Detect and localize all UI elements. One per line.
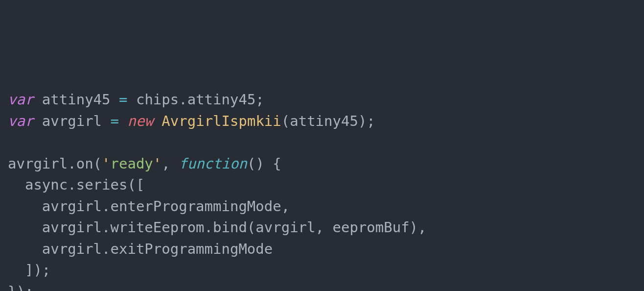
code-token: () {	[247, 155, 281, 172]
code-token: ready	[111, 155, 153, 172]
code-token: avrgirl.exitProgrammingMode	[8, 241, 273, 257]
code-line[interactable]: avrgirl.on('ready', function() {	[8, 153, 636, 175]
code-token: '	[153, 155, 161, 172]
code-token: ,	[161, 155, 179, 172]
code-line[interactable]: avrgirl.exitProgrammingMode	[8, 239, 636, 260]
code-line[interactable]: avrgirl.enterProgrammingMode,	[8, 196, 636, 218]
code-token: new	[127, 113, 153, 129]
code-token: ]);	[8, 262, 50, 278]
code-line[interactable]: async.series([	[8, 174, 636, 196]
code-token: avrgirl	[33, 113, 110, 129]
code-line[interactable]: var avrgirl = new AvrgirlIspmkii(attiny4…	[8, 111, 636, 132]
code-token: =	[111, 113, 119, 129]
code-editor[interactable]: var attiny45 = chips.attiny45;var avrgir…	[8, 89, 636, 291]
code-token	[119, 113, 127, 129]
code-token: });	[8, 283, 33, 291]
code-line[interactable]: ]);	[8, 260, 636, 281]
code-token: avrgirl.enterProgrammingMode,	[8, 198, 290, 215]
code-token: =	[119, 91, 127, 108]
code-token: var	[8, 91, 33, 108]
code-token: avrgirl.writeEeprom.bind(avrgirl, eeprom…	[8, 219, 427, 236]
code-token: (attiny45);	[281, 113, 375, 129]
code-token: avrgirl.on(	[8, 155, 102, 172]
code-token: attiny45	[33, 91, 119, 108]
code-line[interactable]: avrgirl.writeEeprom.bind(avrgirl, eeprom…	[8, 217, 636, 239]
code-token: AvrgirlIspmkii	[161, 113, 281, 129]
code-token: function	[179, 155, 247, 172]
code-line[interactable]	[8, 132, 636, 153]
code-token: async.series([	[8, 176, 144, 193]
code-token: '	[102, 155, 110, 172]
code-token: var	[8, 113, 33, 129]
code-token: chips.attiny45;	[127, 91, 264, 108]
code-line[interactable]: });	[8, 281, 636, 291]
code-line[interactable]: var attiny45 = chips.attiny45;	[8, 89, 636, 111]
code-token	[153, 113, 161, 129]
